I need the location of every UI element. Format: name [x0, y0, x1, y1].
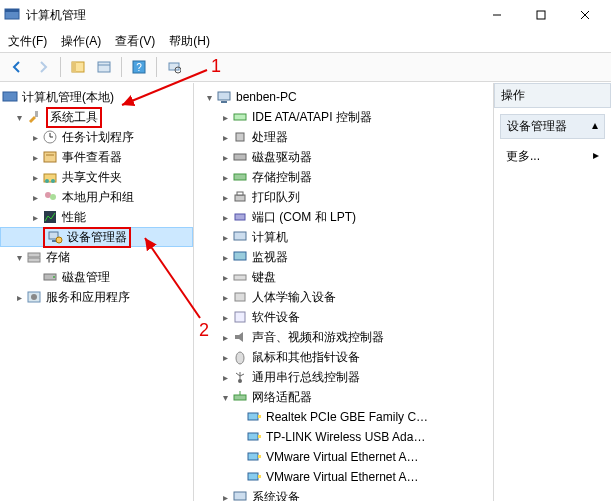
chevron-right-icon[interactable]: ▸ — [218, 212, 232, 223]
menu-help[interactable]: 帮助(H) — [169, 33, 210, 50]
device-label: 人体学输入设备 — [252, 289, 336, 306]
monitor-icon — [232, 249, 248, 265]
actions-pane: 操作 设备管理器 ▴ 更多... ▸ — [494, 83, 611, 501]
device-category[interactable]: ▸端口 (COM 和 LPT) — [194, 207, 493, 227]
computer-mgmt-icon — [2, 89, 18, 105]
svg-rect-3 — [537, 11, 545, 19]
device-label: 磁盘驱动器 — [252, 149, 312, 166]
tree-root[interactable]: 计算机管理(本地) — [0, 87, 193, 107]
device-label: Realtek PCIe GBE Family C… — [266, 410, 428, 424]
device-category[interactable]: ▸人体学输入设备 — [194, 287, 493, 307]
chevron-right-icon[interactable]: ▸ — [218, 232, 232, 243]
tree-services-apps[interactable]: ▸ 服务和应用程序 — [0, 287, 193, 307]
maximize-button[interactable] — [519, 0, 563, 30]
actions-context-link[interactable]: 设备管理器 ▴ — [500, 114, 605, 139]
device-root[interactable]: ▾ benben-PC — [194, 87, 493, 107]
chevron-right-icon[interactable]: ▸ — [218, 172, 232, 183]
device-category[interactable]: ▸计算机 — [194, 227, 493, 247]
chevron-right-icon[interactable]: ▸ — [218, 192, 232, 203]
svg-line-54 — [236, 373, 240, 376]
chevron-down-icon[interactable]: ▾ — [12, 252, 26, 263]
device-category[interactable]: ▸监视器 — [194, 247, 493, 267]
chevron-down-icon[interactable]: ▾ — [12, 112, 26, 123]
tree-device-manager[interactable]: 设备管理器 — [0, 227, 193, 247]
help-button[interactable]: ? — [128, 56, 150, 78]
chevron-right-icon[interactable]: ▸ — [218, 152, 232, 163]
device-category[interactable]: ▸鼠标和其他指针设备 — [194, 347, 493, 367]
actions-more[interactable]: 更多... ▸ — [500, 145, 605, 168]
device-item[interactable]: VMware Virtual Ethernet A… — [194, 447, 493, 467]
nic-icon — [246, 409, 262, 425]
hid-icon — [232, 289, 248, 305]
actions-more-label: 更多... — [506, 148, 540, 165]
tree-local-users[interactable]: ▸ 本地用户和组 — [0, 187, 193, 207]
device-item[interactable]: VMware Virtual Ethernet A… — [194, 467, 493, 487]
chevron-right-icon[interactable]: ▸ — [218, 252, 232, 263]
chevron-right-icon[interactable]: ▸ — [28, 172, 42, 183]
tree-label: 本地用户和组 — [62, 189, 134, 206]
device-label: VMware Virtual Ethernet A… — [266, 450, 419, 464]
svg-rect-39 — [236, 133, 244, 141]
show-hide-tree-button[interactable] — [67, 56, 89, 78]
device-category[interactable]: ▸系统设备 — [194, 487, 493, 501]
chevron-right-icon[interactable]: ▸ — [218, 312, 232, 323]
chevron-right-icon[interactable]: ▸ — [12, 292, 26, 303]
tree-task-scheduler[interactable]: ▸ 任务计划程序 — [0, 127, 193, 147]
chevron-down-icon[interactable]: ▾ — [202, 92, 216, 103]
tree-performance[interactable]: ▸ 性能 — [0, 207, 193, 227]
services-icon — [26, 289, 42, 305]
device-category[interactable]: ▸存储控制器 — [194, 167, 493, 187]
chevron-right-icon[interactable]: ▸ — [28, 212, 42, 223]
chevron-right-icon[interactable]: ▸ — [218, 132, 232, 143]
chevron-right-icon[interactable]: ▸ — [218, 372, 232, 383]
device-category[interactable]: ▸键盘 — [194, 267, 493, 287]
chevron-down-icon[interactable]: ▾ — [218, 392, 232, 403]
software-icon — [232, 309, 248, 325]
tree-label: 存储 — [46, 249, 70, 266]
chevron-right-icon[interactable]: ▸ — [218, 352, 232, 363]
actions-context-label: 设备管理器 — [507, 118, 567, 135]
tree-shared-folders[interactable]: ▸ 共享文件夹 — [0, 167, 193, 187]
device-tree[interactable]: ▾ benben-PC ▸IDE ATA/ATAPI 控制器 ▸处理器 ▸磁盘驱… — [194, 83, 494, 501]
tree-system-tools[interactable]: ▾ 系统工具 — [0, 107, 193, 127]
device-category[interactable]: ▸磁盘驱动器 — [194, 147, 493, 167]
svg-rect-8 — [98, 62, 110, 72]
device-label: TP-LINK Wireless USB Ada… — [266, 430, 425, 444]
device-category[interactable]: ▸打印队列 — [194, 187, 493, 207]
menu-view[interactable]: 查看(V) — [115, 33, 155, 50]
event-icon — [42, 149, 58, 165]
tree-storage[interactable]: ▾ 存储 — [0, 247, 193, 267]
menu-action[interactable]: 操作(A) — [61, 33, 101, 50]
chevron-right-icon[interactable]: ▸ — [28, 132, 42, 143]
device-category[interactable]: ▸软件设备 — [194, 307, 493, 327]
chevron-right-icon[interactable]: ▸ — [218, 112, 232, 123]
app-icon — [4, 7, 20, 23]
chevron-right-icon[interactable]: ▸ — [218, 332, 232, 343]
close-button[interactable] — [563, 0, 607, 30]
chevron-right-icon[interactable]: ▸ — [218, 272, 232, 283]
scan-hardware-button[interactable] — [163, 56, 185, 78]
device-label: 处理器 — [252, 129, 288, 146]
device-item[interactable]: Realtek PCIe GBE Family C… — [194, 407, 493, 427]
tree-event-viewer[interactable]: ▸ 事件查看器 — [0, 147, 193, 167]
back-button[interactable] — [6, 56, 28, 78]
chevron-right-icon[interactable]: ▸ — [218, 492, 232, 502]
chevron-right-icon[interactable]: ▸ — [28, 152, 42, 163]
properties-button[interactable] — [93, 56, 115, 78]
device-network-adapters[interactable]: ▾网络适配器 — [194, 387, 493, 407]
device-category[interactable]: ▸通用串行总线控制器 — [194, 367, 493, 387]
device-category[interactable]: ▸IDE ATA/ATAPI 控制器 — [194, 107, 493, 127]
device-label: 监视器 — [252, 249, 288, 266]
forward-button[interactable] — [32, 56, 54, 78]
device-category[interactable]: ▸处理器 — [194, 127, 493, 147]
menu-file[interactable]: 文件(F) — [8, 33, 47, 50]
console-tree[interactable]: 计算机管理(本地) ▾ 系统工具 ▸ 任务计划程序 ▸ 事件查看器 ▸ 共享文件… — [0, 83, 194, 501]
device-category[interactable]: ▸声音、视频和游戏控制器 — [194, 327, 493, 347]
svg-rect-65 — [258, 475, 261, 478]
actions-header: 操作 — [494, 83, 611, 108]
minimize-button[interactable] — [475, 0, 519, 30]
device-item[interactable]: TP-LINK Wireless USB Ada… — [194, 427, 493, 447]
chevron-right-icon[interactable]: ▸ — [218, 292, 232, 303]
tree-disk-mgmt[interactable]: 磁盘管理 — [0, 267, 193, 287]
chevron-right-icon[interactable]: ▸ — [28, 192, 42, 203]
